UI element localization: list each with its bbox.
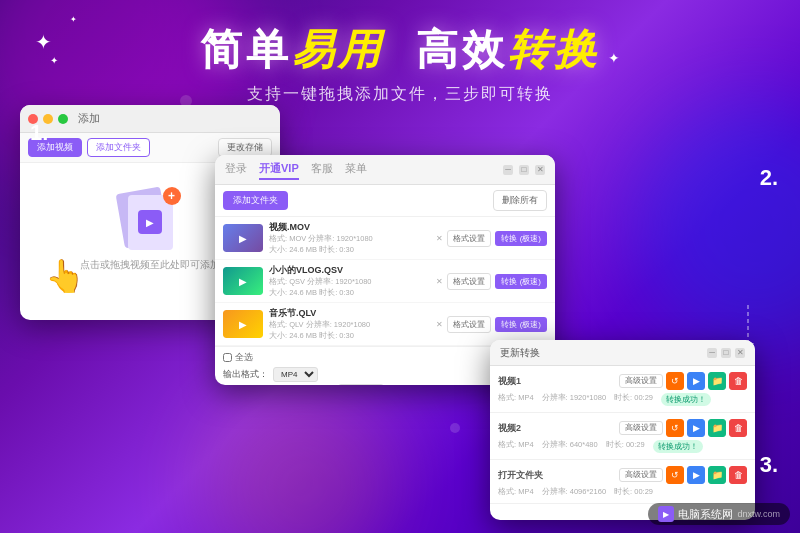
format-settings-3[interactable]: 格式设置 — [447, 316, 491, 333]
folder-icon-1[interactable]: 📁 — [708, 372, 726, 390]
tab-service[interactable]: 客服 — [311, 159, 333, 180]
retry-icon-2[interactable]: ↺ — [666, 419, 684, 437]
tab-menu[interactable]: 菜单 — [345, 159, 367, 180]
file-actions-3: ✕ 格式设置 转换 (极速) — [436, 316, 547, 333]
res-minimize[interactable]: ─ — [707, 348, 717, 358]
delete-icon-r2[interactable]: 🗑 — [729, 419, 747, 437]
result-resolution-3: 分辨率: 4096*2160 — [542, 487, 606, 497]
folder-icon-2[interactable]: 📁 — [708, 419, 726, 437]
file-meta-3a: 格式: QLV 分辨率: 1920*1080 — [269, 320, 430, 331]
res-close[interactable]: ✕ — [735, 348, 745, 358]
advanced-btn-1[interactable]: 高级设置 — [619, 374, 663, 388]
hand-cursor: 👆 — [45, 257, 85, 295]
thumb-img-3: ▶ — [223, 310, 263, 338]
select-all-checkbox[interactable] — [223, 353, 232, 362]
file-info-3: 音乐节.QLV 格式: QLV 分辨率: 1920*1080 大小: 24.6 … — [269, 307, 430, 341]
result-meta-1: 格式: MP4 分辨率: 1920*1080 时长: 00:29 转换成功！ — [498, 393, 747, 406]
result-header-2: 视频2 高级设置 ↺ ▶ 📁 🗑 — [498, 419, 747, 437]
result-item-1: 视频1 高级设置 ↺ ▶ 📁 🗑 格式: MP4 分辨率: 1920*1080 … — [490, 366, 755, 413]
convert-btn-1[interactable]: 转换 (极速) — [495, 231, 547, 246]
thumb-play-2: ▶ — [239, 276, 247, 287]
file-meta-3b: 大小: 24.6 MB 时长: 0:30 — [269, 331, 430, 342]
step-2-label: 2. — [760, 165, 778, 191]
folder-icon-3[interactable]: 📁 — [708, 466, 726, 484]
result-format-1: 格式: MP4 — [498, 393, 534, 406]
change-path-button[interactable]: 更改路径 — [338, 384, 384, 385]
window-title: 添加 — [78, 111, 100, 126]
filelist-header: 登录 开通VIP 客服 菜单 ─ □ ✕ — [215, 155, 555, 185]
file-thumb-3: ▶ — [223, 310, 263, 338]
result-actions-3: 高级设置 ↺ ▶ 📁 🗑 — [619, 466, 747, 484]
retry-icon-1[interactable]: ↺ — [666, 372, 684, 390]
filelist-toolbar: 添加文件夹 删除所有 — [215, 185, 555, 217]
format-settings-2[interactable]: 格式设置 — [447, 273, 491, 290]
file-name-2: 小小的VLOG.QSV — [269, 264, 430, 277]
result-title-2: 视频2 — [498, 422, 521, 435]
play-icon-3[interactable]: ▶ — [687, 466, 705, 484]
main-container: ✦ ✦ ✦ ✦ 简单易用 高效转换 支持一键拖拽添加文件，三步即可转换 1. 添… — [0, 0, 800, 533]
result-duration-1: 时长: 00:29 — [614, 393, 653, 406]
window-maximize-dot[interactable] — [58, 114, 68, 124]
format-settings-1[interactable]: 格式设置 — [447, 230, 491, 247]
watermark-play: ▶ — [663, 510, 669, 519]
play-icon-2[interactable]: ▶ — [687, 419, 705, 437]
tab-vip[interactable]: 开通VIP — [259, 159, 299, 180]
add-folder-button[interactable]: 添加文件夹 — [87, 138, 150, 157]
upload-hint-text: 点击或拖拽视频至此处即可添加 — [80, 258, 220, 272]
file-info-1: 视频.MOV 格式: MOV 分辨率: 1920*1080 大小: 24.6 M… — [269, 221, 430, 255]
file-item-2: ▶ 小小的VLOG.QSV 格式: QSV 分辨率: 1920*1080 大小:… — [215, 260, 555, 303]
delete-icon-r3[interactable]: 🗑 — [729, 466, 747, 484]
res-maximize[interactable]: □ — [721, 348, 731, 358]
results-header: 更新转换 ─ □ ✕ — [490, 340, 755, 366]
tab-login[interactable]: 登录 — [225, 159, 247, 180]
delete-icon-r1[interactable]: 🗑 — [729, 372, 747, 390]
filelist-tabs: 登录 开通VIP 客服 菜单 — [225, 159, 367, 180]
file-name-1: 视频.MOV — [269, 221, 430, 234]
page-title: 简单易用 高效转换 — [200, 22, 599, 78]
success-badge-1: 转换成功！ — [661, 393, 711, 406]
file-thumb-2: ▶ — [223, 267, 263, 295]
add-badge: + — [163, 187, 181, 205]
delete-icon-2[interactable]: ✕ — [436, 277, 443, 286]
win-maximize-btn[interactable]: □ — [519, 165, 529, 175]
success-badge-2: 转换成功！ — [653, 440, 703, 453]
output-format-select[interactable]: MP4 — [273, 367, 318, 382]
delete-icon-1[interactable]: ✕ — [436, 234, 443, 243]
result-format-2: 格式: MP4 — [498, 440, 534, 453]
win-close-btn[interactable]: ✕ — [535, 165, 545, 175]
title-highlight-2: 转换 — [508, 26, 600, 73]
result-item-2: 视频2 高级设置 ↺ ▶ 📁 🗑 格式: MP4 分辨率: 640*480 时长… — [490, 413, 755, 460]
retry-icon-3[interactable]: ↺ — [666, 466, 684, 484]
convert-btn-3[interactable]: 转换 (极速) — [495, 317, 547, 332]
result-header-1: 视频1 高级设置 ↺ ▶ 📁 🗑 — [498, 372, 747, 390]
delete-all-button[interactable]: 删除所有 — [493, 190, 547, 211]
thumb-play-1: ▶ — [239, 233, 247, 244]
add-file-button[interactable]: 添加文件夹 — [223, 191, 288, 210]
results-win-controls: ─ □ ✕ — [707, 348, 745, 358]
thumb-play-3: ▶ — [239, 319, 247, 330]
delete-icon-3[interactable]: ✕ — [436, 320, 443, 329]
file-thumb-1: ▶ — [223, 224, 263, 252]
watermark-text: 电脑系统网 — [678, 507, 733, 522]
title-highlight-1: 易用 — [292, 26, 384, 73]
play-icon-1[interactable]: ▶ — [687, 372, 705, 390]
advanced-btn-3[interactable]: 高级设置 — [619, 468, 663, 482]
result-meta-3: 格式: MP4 分辨率: 4096*2160 时长: 00:29 — [498, 487, 747, 497]
window-controls: ─ □ ✕ — [503, 165, 545, 175]
result-resolution-2: 分辨率: 640*480 — [542, 440, 598, 453]
result-actions-2: 高级设置 ↺ ▶ 📁 🗑 — [619, 419, 747, 437]
window-titlebar: 添加 — [20, 105, 280, 133]
win-minimize-btn[interactable]: ─ — [503, 165, 513, 175]
advanced-btn-2[interactable]: 高级设置 — [619, 421, 663, 435]
convert-btn-2[interactable]: 转换 (极速) — [495, 274, 547, 289]
select-all-label: 全选 — [223, 351, 253, 364]
file-item-1: ▶ 视频.MOV 格式: MOV 分辨率: 1920*1080 大小: 24.6… — [215, 217, 555, 260]
title-area: 简单易用 高效转换 支持一键拖拽添加文件，三步即可转换 — [0, 0, 800, 105]
result-header-3: 打开文件夹 高级设置 ↺ ▶ 📁 🗑 — [498, 466, 747, 484]
watermark-icon: ▶ — [658, 506, 674, 522]
result-title-3: 打开文件夹 — [498, 469, 543, 482]
results-window: 更新转换 ─ □ ✕ 视频1 高级设置 ↺ ▶ 📁 🗑 格式: MP4 — [490, 340, 755, 520]
file-meta-1b: 大小: 24.6 MB 时长: 0:30 — [269, 245, 430, 256]
thumb-img-2: ▶ — [223, 267, 263, 295]
upload-icon-group: ▶ + — [128, 195, 173, 250]
